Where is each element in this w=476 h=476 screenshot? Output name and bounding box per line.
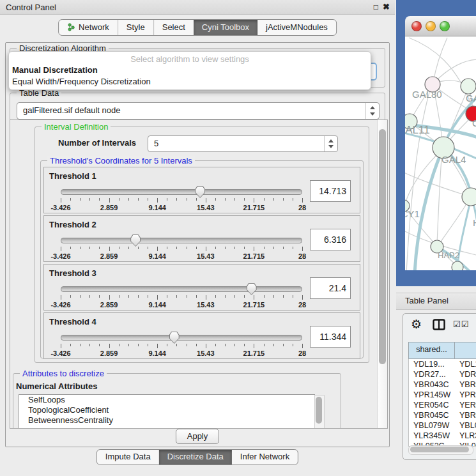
settings-vertical-scrollbar[interactable] <box>377 120 387 428</box>
slider-thumb[interactable] <box>130 234 141 247</box>
table-cell: YDR2 <box>455 369 476 380</box>
network-window-frame: GAL80GACGAL11GAL4GCY1HHAP2 <box>396 0 476 286</box>
column-header-name[interactable]: na <box>455 342 476 358</box>
attribute-item[interactable]: BetweennessCentrality <box>19 415 314 426</box>
tab-discretize-data[interactable]: Discretize Data <box>159 450 232 464</box>
table-cell: YPR145W <box>409 390 455 400</box>
columns-icon[interactable] <box>433 319 445 330</box>
attributes-list-scrollbar[interactable] <box>314 395 325 429</box>
slider-track[interactable] <box>61 189 302 195</box>
close-traffic-light[interactable] <box>411 21 422 31</box>
slider-thumb[interactable] <box>169 332 180 344</box>
network-edge[interactable] <box>405 168 466 196</box>
number-of-intervals-combobox[interactable]: 5 <box>148 135 338 152</box>
table-row[interactable]: YDR27...YDR2 <box>409 369 476 380</box>
network-node[interactable] <box>452 261 463 270</box>
settings-scrollpane: Interval Definition Number of Intervals … <box>10 119 388 429</box>
network-window[interactable]: GAL80GACGAL11GAL4GCY1HHAP2 <box>405 16 476 270</box>
algorithm-dropdown-popup: Select algorithm to view settings Manual… <box>8 51 371 90</box>
slider-thumb[interactable] <box>195 186 205 198</box>
numerical-attributes-list[interactable]: SelfLoopsTopologicalCoefficientBetweenne… <box>19 394 315 429</box>
close-window-icon[interactable]: ✖ <box>383 2 390 12</box>
tab-jactivemnodules[interactable]: jActiveMNodules <box>257 20 336 35</box>
table-row[interactable]: YLR345WYLR3 <box>409 431 476 441</box>
table-data-combobox[interactable]: galFiltered.sif default node <box>17 102 380 119</box>
tab-infer-network[interactable]: Infer Network <box>232 450 298 464</box>
gear-icon[interactable]: ⚙ <box>411 317 422 332</box>
table-cell: YBR045C <box>409 410 455 420</box>
threshold-slider[interactable]: -3.4262.8599.14415.4321.71528 <box>61 185 302 211</box>
tab-impute-data[interactable]: Impute Data <box>97 450 159 464</box>
slider-track[interactable] <box>61 286 302 292</box>
table-cell: YBL079W <box>409 420 455 431</box>
table-cell: YDR27... <box>409 369 455 380</box>
network-node[interactable] <box>462 188 476 206</box>
table-row[interactable]: YBL079WYBL0 <box>409 420 476 431</box>
select-columns-icon[interactable]: ☑☑ <box>453 319 469 329</box>
table-cell: YBR0 <box>455 380 476 390</box>
threshold-slider[interactable]: -3.4262.8599.14415.4321.71528 <box>61 234 302 259</box>
table-cell: YER054C <box>409 400 455 410</box>
zoom-traffic-light[interactable] <box>440 21 450 31</box>
float-window-icon[interactable]: □ <box>374 2 378 12</box>
threshold-value-field[interactable]: 11.344 <box>310 326 351 348</box>
threshold-value-field[interactable]: 21.4 <box>310 277 351 299</box>
slider-track[interactable] <box>61 238 302 243</box>
slider-track[interactable] <box>61 335 302 341</box>
table-row[interactable]: YBR043CYBR0 <box>409 380 476 390</box>
threshold-slider[interactable]: -3.4262.8599.14415.4321.71528 <box>61 282 302 308</box>
network-node[interactable] <box>461 79 476 94</box>
attribute-item[interactable]: SelfLoops <box>19 395 314 405</box>
network-edge[interactable] <box>433 38 447 82</box>
network-node-label: GAL80 <box>412 89 442 100</box>
table-cell: YBR043C <box>409 380 455 390</box>
network-window-titlebar <box>405 16 476 36</box>
slider-thumb[interactable] <box>247 283 257 295</box>
table-row[interactable]: YER054CYER0 <box>409 400 476 410</box>
threshold-panel: Threshold 4 -3.4262.8599.14415.4321.7152… <box>43 312 360 359</box>
network-node-label: GAL11 <box>405 124 430 136</box>
table-panel-toolbar: ⚙ ☑☑ <box>403 314 476 337</box>
tab-network[interactable]: Network <box>59 20 118 35</box>
algorithm-option-manual[interactable]: Manual Discretization <box>11 65 369 76</box>
table-horizontal-scrollbar[interactable] <box>408 445 473 455</box>
minimize-traffic-light[interactable] <box>426 21 436 31</box>
table-row[interactable]: YDL19...YDL1 <box>409 359 476 369</box>
threshold-panel: Threshold 1 -3.4262.8599.14415.4321.7152… <box>43 167 360 213</box>
bottom-tabbar: Impute Data Discretize Data Infer Networ… <box>96 449 298 465</box>
threshold-value-field[interactable]: 6.316 <box>310 229 351 250</box>
attribute-item[interactable]: TopologicalCoefficient <box>19 405 314 415</box>
table-cell: YDL19... <box>409 359 455 369</box>
slider-ticks <box>61 295 302 300</box>
threshold-panel: Threshold 3 -3.4262.8599.14415.4321.7152… <box>43 264 360 311</box>
number-of-intervals-value: 5 <box>154 139 158 148</box>
thresholds-stack: Threshold 1 -3.4262.8599.14415.4321.7152… <box>43 167 360 361</box>
control-panel-titlebar: Control Panel □ ✖ <box>0 0 395 15</box>
threshold-value-field[interactable]: 14.713 <box>310 180 351 202</box>
combo-stepper-icon <box>365 103 379 119</box>
table-cell: YLR3 <box>455 431 476 441</box>
slider-ticks <box>61 247 302 252</box>
table-row[interactable]: YPR145WYPR1 <box>409 390 476 400</box>
network-icon <box>67 23 75 31</box>
table-row[interactable]: YBR045CYBR0 <box>409 410 476 420</box>
apply-button[interactable]: Apply <box>176 429 219 444</box>
threshold-label: Threshold 1 <box>49 171 96 181</box>
number-of-intervals-label: Number of Intervals <box>58 138 136 148</box>
thresholds-group: Threshold's Coordinates for 5 Intervals … <box>40 160 364 358</box>
tab-select[interactable]: Select <box>153 20 194 35</box>
network-edge[interactable] <box>405 150 442 204</box>
table-panel-titlebar: Table Panel <box>396 293 476 310</box>
table-cell: YLR345W <box>409 431 455 441</box>
network-canvas[interactable]: GAL80GACGAL11GAL4GCY1HHAP2 <box>405 36 476 270</box>
interval-definition-title: Interval Definition <box>42 122 111 132</box>
threshold-slider[interactable]: -3.4262.8599.14415.4321.71528 <box>61 331 302 357</box>
scrollbar-thumb[interactable] <box>379 129 386 364</box>
tab-cyni-toolbox[interactable]: Cyni Toolbox <box>194 20 257 35</box>
node-table-rows: YDL19...YDL1YDR27...YDR2YBR043CYBR0YPR14… <box>408 359 476 447</box>
tab-style[interactable]: Style <box>118 20 153 35</box>
column-header-shared-name[interactable]: shared... <box>409 342 455 358</box>
algorithm-option-equal-width[interactable]: Equal Width/Frequency Discretization <box>11 77 369 88</box>
network-node-label: HAP2 <box>438 250 459 260</box>
attributes-group: Attributes to discretize Numerical Attri… <box>13 373 341 429</box>
